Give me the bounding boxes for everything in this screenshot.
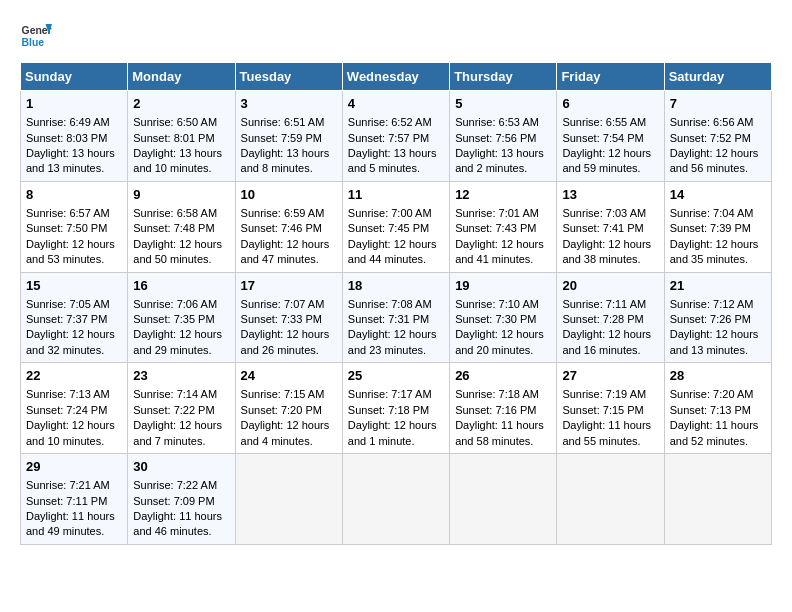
cell-info-line: Sunset: 7:52 PM xyxy=(670,131,766,146)
cell-info-line: Daylight: 13 hours xyxy=(348,146,444,161)
cell-info-line: Sunrise: 7:13 AM xyxy=(26,387,122,402)
day-number: 24 xyxy=(241,367,337,385)
cell-info-line: Sunrise: 7:08 AM xyxy=(348,297,444,312)
cell-info-line: Sunset: 7:20 PM xyxy=(241,403,337,418)
cell-info-line: Sunrise: 6:55 AM xyxy=(562,115,658,130)
day-number: 16 xyxy=(133,277,229,295)
cell-info-line: Daylight: 11 hours xyxy=(562,418,658,433)
day-header-saturday: Saturday xyxy=(664,63,771,91)
cell-info-line: Sunset: 7:22 PM xyxy=(133,403,229,418)
cell-info-line: Sunrise: 7:10 AM xyxy=(455,297,551,312)
calendar-cell: 20Sunrise: 7:11 AMSunset: 7:28 PMDayligh… xyxy=(557,272,664,363)
day-number: 8 xyxy=(26,186,122,204)
calendar-cell: 11Sunrise: 7:00 AMSunset: 7:45 PMDayligh… xyxy=(342,181,449,272)
cell-info-line: Daylight: 12 hours xyxy=(348,418,444,433)
day-number: 15 xyxy=(26,277,122,295)
cell-info-line: Sunrise: 7:19 AM xyxy=(562,387,658,402)
cell-info-line: Daylight: 12 hours xyxy=(455,237,551,252)
calendar-table: SundayMondayTuesdayWednesdayThursdayFrid… xyxy=(20,62,772,545)
cell-info-line: Daylight: 11 hours xyxy=(26,509,122,524)
cell-info-line: Daylight: 12 hours xyxy=(348,237,444,252)
cell-info-line: Daylight: 12 hours xyxy=(348,327,444,342)
cell-info-line: Sunset: 7:46 PM xyxy=(241,221,337,236)
day-header-tuesday: Tuesday xyxy=(235,63,342,91)
cell-info-line: Sunset: 7:43 PM xyxy=(455,221,551,236)
cell-info-line: Sunset: 7:09 PM xyxy=(133,494,229,509)
cell-info-line: Daylight: 13 hours xyxy=(455,146,551,161)
cell-info-line: and 41 minutes. xyxy=(455,252,551,267)
cell-info-line: Sunset: 7:24 PM xyxy=(26,403,122,418)
cell-info-line: and 47 minutes. xyxy=(241,252,337,267)
day-number: 6 xyxy=(562,95,658,113)
cell-info-line: Daylight: 12 hours xyxy=(562,327,658,342)
cell-info-line: Sunset: 7:18 PM xyxy=(348,403,444,418)
cell-info-line: Sunrise: 7:15 AM xyxy=(241,387,337,402)
day-number: 5 xyxy=(455,95,551,113)
day-number: 7 xyxy=(670,95,766,113)
cell-info-line: and 2 minutes. xyxy=(455,161,551,176)
cell-info-line: Daylight: 12 hours xyxy=(562,146,658,161)
cell-info-line: Sunrise: 7:03 AM xyxy=(562,206,658,221)
cell-info-line: Sunset: 7:33 PM xyxy=(241,312,337,327)
day-number: 13 xyxy=(562,186,658,204)
calendar-cell: 9Sunrise: 6:58 AMSunset: 7:48 PMDaylight… xyxy=(128,181,235,272)
cell-info-line: Sunset: 7:15 PM xyxy=(562,403,658,418)
cell-info-line: and 59 minutes. xyxy=(562,161,658,176)
day-header-monday: Monday xyxy=(128,63,235,91)
day-header-wednesday: Wednesday xyxy=(342,63,449,91)
cell-info-line: Daylight: 12 hours xyxy=(26,327,122,342)
cell-info-line: Sunset: 7:39 PM xyxy=(670,221,766,236)
cell-info-line: Sunset: 7:54 PM xyxy=(562,131,658,146)
calendar-cell: 7Sunrise: 6:56 AMSunset: 7:52 PMDaylight… xyxy=(664,91,771,182)
cell-info-line: Sunrise: 6:53 AM xyxy=(455,115,551,130)
day-number: 25 xyxy=(348,367,444,385)
cell-info-line: and 13 minutes. xyxy=(670,343,766,358)
cell-info-line: and 49 minutes. xyxy=(26,524,122,539)
cell-info-line: Sunset: 7:26 PM xyxy=(670,312,766,327)
day-number: 11 xyxy=(348,186,444,204)
cell-info-line: Sunrise: 7:04 AM xyxy=(670,206,766,221)
cell-info-line: Sunrise: 7:05 AM xyxy=(26,297,122,312)
cell-info-line: Sunset: 7:41 PM xyxy=(562,221,658,236)
cell-info-line: and 38 minutes. xyxy=(562,252,658,267)
cell-info-line: Sunset: 7:16 PM xyxy=(455,403,551,418)
calendar-cell: 19Sunrise: 7:10 AMSunset: 7:30 PMDayligh… xyxy=(450,272,557,363)
cell-info-line: Daylight: 12 hours xyxy=(133,418,229,433)
calendar-week-2: 8Sunrise: 6:57 AMSunset: 7:50 PMDaylight… xyxy=(21,181,772,272)
cell-info-line: and 23 minutes. xyxy=(348,343,444,358)
cell-info-line: Sunrise: 7:21 AM xyxy=(26,478,122,493)
cell-info-line: and 56 minutes. xyxy=(670,161,766,176)
cell-info-line: Sunrise: 7:11 AM xyxy=(562,297,658,312)
calendar-cell: 14Sunrise: 7:04 AMSunset: 7:39 PMDayligh… xyxy=(664,181,771,272)
day-number: 3 xyxy=(241,95,337,113)
day-number: 19 xyxy=(455,277,551,295)
logo: General Blue xyxy=(20,20,52,52)
calendar-header: SundayMondayTuesdayWednesdayThursdayFrid… xyxy=(21,63,772,91)
day-number: 21 xyxy=(670,277,766,295)
calendar-cell: 1Sunrise: 6:49 AMSunset: 8:03 PMDaylight… xyxy=(21,91,128,182)
cell-info-line: Sunrise: 7:06 AM xyxy=(133,297,229,312)
calendar-cell: 4Sunrise: 6:52 AMSunset: 7:57 PMDaylight… xyxy=(342,91,449,182)
cell-info-line: Sunrise: 7:14 AM xyxy=(133,387,229,402)
cell-info-line: and 5 minutes. xyxy=(348,161,444,176)
cell-info-line: Sunrise: 7:12 AM xyxy=(670,297,766,312)
cell-info-line: Sunset: 7:31 PM xyxy=(348,312,444,327)
cell-info-line: Sunrise: 7:07 AM xyxy=(241,297,337,312)
calendar-cell: 2Sunrise: 6:50 AMSunset: 8:01 PMDaylight… xyxy=(128,91,235,182)
calendar-cell: 18Sunrise: 7:08 AMSunset: 7:31 PMDayligh… xyxy=(342,272,449,363)
calendar-cell: 25Sunrise: 7:17 AMSunset: 7:18 PMDayligh… xyxy=(342,363,449,454)
cell-info-line: and 29 minutes. xyxy=(133,343,229,358)
calendar-cell: 12Sunrise: 7:01 AMSunset: 7:43 PMDayligh… xyxy=(450,181,557,272)
cell-info-line: Daylight: 13 hours xyxy=(241,146,337,161)
cell-info-line: Daylight: 12 hours xyxy=(455,327,551,342)
cell-info-line: Daylight: 12 hours xyxy=(670,237,766,252)
cell-info-line: and 1 minute. xyxy=(348,434,444,449)
logo-icon: General Blue xyxy=(20,20,52,52)
cell-info-line: and 32 minutes. xyxy=(26,343,122,358)
cell-info-line: Sunrise: 6:50 AM xyxy=(133,115,229,130)
calendar-week-5: 29Sunrise: 7:21 AMSunset: 7:11 PMDayligh… xyxy=(21,454,772,545)
day-number: 17 xyxy=(241,277,337,295)
day-number: 28 xyxy=(670,367,766,385)
cell-info-line: Sunset: 7:45 PM xyxy=(348,221,444,236)
calendar-cell: 30Sunrise: 7:22 AMSunset: 7:09 PMDayligh… xyxy=(128,454,235,545)
